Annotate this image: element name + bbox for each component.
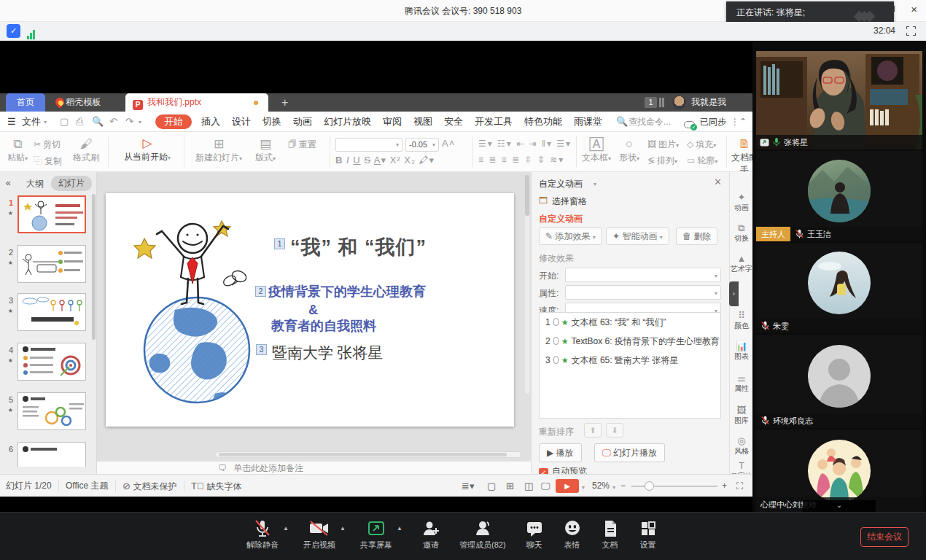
fill-button[interactable]: ◇填充▾ xyxy=(687,139,716,151)
reading-view-icon[interactable]: ◫ xyxy=(524,475,533,497)
rail-expand-handle[interactable]: › xyxy=(729,281,739,306)
share-screen-button[interactable]: ▲ 共享屏幕 xyxy=(360,519,392,551)
theme-name[interactable]: Office 主题 xyxy=(66,475,108,497)
outline-button[interactable]: ▭轮廓▾ xyxy=(687,155,717,167)
delete-button[interactable]: 🗑 删除 xyxy=(676,228,717,245)
menu-transition[interactable]: 切换 xyxy=(262,112,281,132)
selection-pane-button[interactable]: 选择窗格 xyxy=(552,195,587,208)
rail-gallery[interactable]: 🖼图库 xyxy=(730,405,752,426)
font-family-select[interactable]: ▾ xyxy=(335,138,402,152)
slide-thumbnail-5[interactable] xyxy=(17,392,86,430)
tab-slides[interactable]: 幻灯片 xyxy=(51,176,92,191)
video-tile-liuhuiling[interactable]: 心理中心刘慧玲 ⌄ xyxy=(756,429,922,512)
textbox-button[interactable]: 🄰 文本框▾ xyxy=(580,137,612,164)
panel-close-icon[interactable]: ✕ xyxy=(714,176,722,187)
play-button[interactable]: ▶ 播放 xyxy=(539,443,582,462)
thumbs-scrollbar[interactable] xyxy=(92,194,96,340)
start-video-button[interactable]: ▲ 开启视频 xyxy=(303,519,335,551)
slideshow-view-icon[interactable]: 🖵 xyxy=(541,475,550,497)
font-size-select[interactable]: -0.05▾ xyxy=(405,138,439,152)
fullscreen-icon[interactable] xyxy=(906,26,916,36)
menu-start[interactable]: 开始 xyxy=(155,114,192,129)
slide-subtitle-line2[interactable]: 教育者的自我照料 xyxy=(271,317,376,335)
video-tile-wangyujie[interactable]: 主持人 王玉洁 xyxy=(756,151,922,241)
picture-button[interactable]: 🖼图片▾ xyxy=(647,139,679,151)
sidebar-collapse-button[interactable]: ⌄ xyxy=(803,500,876,512)
settings-button[interactable]: 设置 xyxy=(639,519,658,551)
protection-shield-icon[interactable]: ✓ xyxy=(7,24,20,38)
more-menu-icon[interactable]: ⋮ xyxy=(731,112,739,132)
preview-icon[interactable]: 🔍 xyxy=(92,112,104,132)
font-grow-icon[interactable]: A˄ xyxy=(442,138,455,149)
list-format-buttons[interactable]: ☰▾ ☷▾ ⇤ ⇥ ‖▾ ☰▾ xyxy=(478,139,572,149)
invite-button[interactable]: 邀请 xyxy=(421,519,440,551)
menu-design[interactable]: 设计 xyxy=(232,112,251,132)
menu-insert[interactable]: 插入 xyxy=(201,112,220,132)
video-tile-dengliangzhi[interactable]: 环境邓良志 xyxy=(756,335,922,428)
slide-thumbnail-4[interactable] xyxy=(17,343,86,381)
redo-icon[interactable]: ↷ xyxy=(125,112,133,132)
collapse-ribbon-icon[interactable]: ⌃ xyxy=(739,112,747,132)
shape-button[interactable]: ○ 形状▾ xyxy=(615,137,643,164)
slide-subtitle-line1[interactable]: 疫情背景下的学生心理教育 xyxy=(268,283,487,300)
network-signal-icon[interactable] xyxy=(27,26,36,39)
normal-view-icon[interactable]: ▢ xyxy=(487,475,496,497)
paste-button[interactable]: ⧉ 粘贴▾ xyxy=(4,137,31,164)
canvas-hscrollbar[interactable] xyxy=(215,451,521,458)
rail-color[interactable]: ⠿颜色 xyxy=(730,311,752,331)
unmute-button[interactable]: ▲ 解除静音 xyxy=(246,519,279,551)
animation-item-3[interactable]: 3★文本框 65: 暨南大学 张将星 xyxy=(540,351,720,370)
item-more[interactable]: … xyxy=(707,332,716,351)
missing-fonts[interactable]: T⃥ 缺失字体 xyxy=(191,475,241,497)
chat-button[interactable]: 聊天 xyxy=(525,519,544,551)
rail-chart[interactable]: 📊图表 xyxy=(730,341,752,362)
align-format-buttons[interactable]: ≡ ≣ ≡ ≣ ⇳ ⇕ ≋▾ xyxy=(478,155,564,165)
zoom-in-button[interactable]: + xyxy=(722,475,727,497)
video-tile-zhangjiangxing[interactable]: 张将星 xyxy=(756,51,922,149)
doc-protection[interactable]: ⊘ 文档未保护 xyxy=(122,475,177,497)
panel-title[interactable]: 自定义动画 xyxy=(539,178,583,190)
attr-select[interactable]: ▾ xyxy=(565,285,721,300)
close-button[interactable]: × xyxy=(911,3,917,15)
tab-document[interactable]: P我和我们.pptx xyxy=(125,93,268,112)
wps-account-name[interactable]: 我就是我 xyxy=(691,93,726,112)
format-painter-button[interactable]: 🖌 格式刷 xyxy=(70,137,102,164)
menu-animation[interactable]: 动画 xyxy=(293,112,312,132)
menu-yuketang[interactable]: 雨课堂 xyxy=(574,112,602,132)
menu-slideshow[interactable]: 幻灯片放映 xyxy=(324,112,371,132)
share-options-caret[interactable]: ▲ xyxy=(397,525,402,532)
new-tab-button[interactable]: + xyxy=(281,95,288,111)
panel-collapse-icon[interactable]: « xyxy=(6,178,11,188)
tab-home[interactable]: 首页 xyxy=(6,93,45,112)
video-options-caret[interactable]: ▲ xyxy=(340,525,346,532)
zoom-level[interactable]: 52% xyxy=(592,475,610,497)
undo-icon[interactable]: ↶ xyxy=(109,112,117,132)
slide-subtitle-amp[interactable]: & xyxy=(308,303,318,318)
animation-item-1[interactable]: 1★文本框 63: “我” 和 “我们” xyxy=(540,313,720,332)
notes-bar[interactable]: 🗨 单击此处添加备注 xyxy=(97,461,531,474)
rail-animation[interactable]: ✦动画 xyxy=(730,192,752,213)
search-command[interactable]: 查找命令... xyxy=(629,112,671,132)
zoom-out-button[interactable]: − xyxy=(620,475,626,497)
zoom-slider-knob[interactable] xyxy=(645,481,654,491)
print-icon[interactable]: ⎙ xyxy=(76,112,83,132)
manage-members-button[interactable]: 管理成员(82) xyxy=(459,519,506,551)
doc-assistant-button[interactable]: 🗎 文档助手 xyxy=(728,137,752,176)
play-slideshow-button[interactable]: ▶ xyxy=(556,479,579,493)
menu-devtools[interactable]: 开发工具 xyxy=(475,112,513,132)
canvas-vscrollbar[interactable] xyxy=(525,175,529,394)
video-tile-zhuwen[interactable]: 朱雯 xyxy=(756,243,922,333)
notification-badge[interactable]: 1 xyxy=(645,97,657,108)
copy-button[interactable]: ⿻复制 xyxy=(34,154,62,168)
menu-features[interactable]: 特色功能 xyxy=(524,112,562,132)
smart-anim-button[interactable]: ✦ 智能动画 ▾ xyxy=(606,228,669,245)
move-down-button[interactable]: ⬇ xyxy=(606,423,623,438)
slide-thumbnail-3[interactable] xyxy=(17,293,86,331)
slide-thumbnail-6[interactable] xyxy=(17,442,86,467)
hamburger-icon[interactable]: ☰ xyxy=(7,112,16,132)
wps-account-avatar[interactable] xyxy=(672,96,686,109)
layout-button[interactable]: ▤ 版式▾ xyxy=(248,137,283,164)
tab-docer-templates[interactable]: 稻壳模板 xyxy=(47,93,109,112)
end-meeting-button[interactable]: 结束会议 xyxy=(860,527,909,547)
menu-view[interactable]: 视图 xyxy=(413,112,432,132)
